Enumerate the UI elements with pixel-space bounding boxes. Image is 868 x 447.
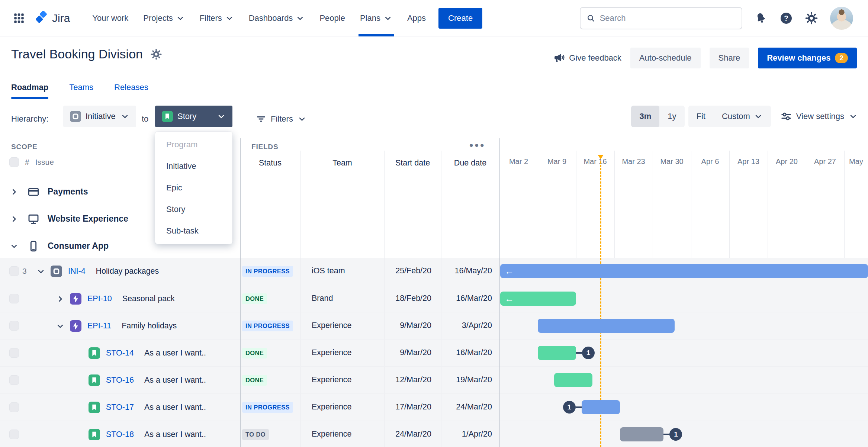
expand-chevron-down-icon[interactable] [36, 267, 45, 276]
issue-key-link[interactable]: STO-17 [106, 403, 134, 412]
share-button[interactable]: Share [710, 48, 749, 68]
notifications-bell-icon[interactable] [754, 12, 768, 25]
search-input[interactable] [600, 13, 736, 23]
due-date-cell[interactable]: 24/Mar/20 [441, 402, 499, 412]
issue-key-link[interactable]: INI-4 [68, 267, 86, 276]
zoom-option-custom[interactable]: Custom [714, 106, 771, 127]
issue-summary[interactable]: As a user I want.. [144, 403, 206, 412]
due-date-cell[interactable]: 16/Mar/20 [441, 294, 499, 303]
due-date-cell[interactable]: 16/Mar/20 [441, 348, 499, 357]
team-cell[interactable]: Experience [312, 375, 352, 385]
nav-item-your-work[interactable]: Your work [85, 0, 136, 36]
nav-item-people[interactable]: People [312, 0, 353, 36]
expand-chevron-right-icon[interactable] [10, 215, 19, 225]
review-changes-button[interactable]: Review changes 2 [758, 48, 857, 68]
start-date-cell[interactable]: 25/Feb/20 [384, 266, 441, 276]
mobile-icon [28, 240, 39, 252]
team-cell[interactable]: iOS team [312, 266, 345, 276]
issue-summary[interactable]: Seasonal pack [122, 294, 175, 303]
give-feedback-button[interactable]: Give feedback [553, 52, 621, 64]
dropdown-item-epic[interactable]: Epic [155, 177, 232, 199]
app-switcher-icon[interactable] [13, 12, 25, 25]
issue-summary[interactable]: As a user I want.. [144, 348, 206, 358]
hierarchy-to-text: to [142, 100, 148, 138]
expand-chevron-down-icon[interactable] [56, 322, 65, 331]
issue-summary[interactable]: As a user I want.. [144, 430, 206, 439]
tab-teams[interactable]: Teams [69, 83, 93, 99]
nav-item-filters[interactable]: Filters [192, 0, 241, 36]
chevron-right-icon [56, 295, 65, 303]
expand-chevron-down-icon[interactable] [10, 242, 19, 252]
column-header-team[interactable]: Team [300, 157, 384, 168]
zoom-option-3m[interactable]: 3m [631, 106, 659, 127]
zoom-option-1y[interactable]: 1y [659, 106, 684, 127]
dependency-badge[interactable]: 1 [582, 347, 595, 359]
zoom-option-fit[interactable]: Fit [688, 106, 714, 127]
hierarchy-to-dropdown[interactable]: Story [155, 106, 232, 127]
gantt-bar-sto-18[interactable] [620, 427, 664, 441]
gantt-bar-epi-10[interactable]: ← [500, 292, 576, 306]
tab-roadmap[interactable]: Roadmap [11, 83, 48, 99]
hierarchy-from-dropdown[interactable]: Initiative [63, 106, 136, 127]
issue-key-link[interactable]: EPI-11 [87, 321, 111, 331]
scope-fields-divider[interactable] [240, 138, 241, 447]
dropdown-item-story[interactable]: Story [155, 199, 232, 220]
dependency-badge[interactable]: 1 [563, 401, 576, 414]
issue-scope-cell: EPI-10Seasonal pack [0, 285, 240, 312]
due-date-cell[interactable]: 1/Apr/20 [441, 430, 499, 439]
dropdown-item-initiative[interactable]: Initiative [155, 155, 232, 177]
view-settings-control[interactable]: View settings [781, 111, 858, 122]
chevron-down-icon [176, 14, 185, 23]
team-cell[interactable]: Experience [312, 321, 352, 330]
start-date-cell[interactable]: 12/Mar/20 [384, 375, 441, 385]
team-cell[interactable]: Brand [312, 294, 333, 303]
help-icon[interactable]: ? [779, 12, 793, 25]
dependency-badge[interactable]: 1 [669, 428, 682, 441]
jira-logo[interactable]: Jira [34, 11, 70, 25]
start-date-cell[interactable]: 18/Feb/20 [384, 294, 441, 303]
gantt-bar-sto-17[interactable] [582, 400, 620, 414]
auto-schedule-button[interactable]: Auto-schedule [630, 48, 701, 68]
nav-item-dashboards[interactable]: Dashboards [241, 0, 312, 36]
start-date-cell[interactable]: 24/Mar/20 [384, 430, 441, 439]
global-search[interactable] [580, 7, 742, 29]
select-all-checkbox[interactable] [9, 157, 19, 167]
team-cell[interactable]: Experience [312, 430, 352, 439]
settings-gear-icon[interactable] [805, 12, 818, 25]
issue-summary[interactable]: Family holidays [122, 321, 177, 331]
team-cell[interactable]: Experience [312, 402, 352, 412]
due-date-cell[interactable]: 3/Apr/20 [441, 321, 499, 330]
tab-releases[interactable]: Releases [114, 83, 148, 99]
fields-more-button[interactable]: ••• [469, 139, 486, 152]
expand-chevron-right-icon[interactable] [56, 295, 65, 303]
issue-summary[interactable]: Holiday packages [96, 267, 159, 276]
start-date-cell[interactable]: 9/Mar/20 [384, 321, 441, 330]
plan-settings-gear-icon[interactable] [150, 48, 162, 60]
filters-control[interactable]: Filters [256, 100, 306, 138]
gantt-bar-sto-14[interactable] [538, 346, 576, 360]
issue-key-link[interactable]: STO-14 [106, 348, 134, 358]
gantt-bar-ini-4[interactable]: ← [500, 264, 868, 278]
nav-item-projects[interactable]: Projects [136, 0, 192, 36]
team-cell[interactable]: Experience [312, 348, 352, 357]
due-date-cell[interactable]: 16/May/20 [441, 266, 499, 276]
gantt-bar-epi-11[interactable] [538, 319, 675, 333]
issue-key-link[interactable]: STO-18 [106, 430, 134, 439]
user-avatar[interactable] [830, 7, 853, 30]
start-date-cell[interactable]: 17/Mar/20 [384, 402, 441, 412]
expand-chevron-right-icon[interactable] [10, 187, 19, 198]
gantt-bar-sto-16[interactable] [554, 373, 592, 387]
column-header-due-date[interactable]: Due date [441, 157, 499, 168]
due-date-cell[interactable]: 19/Mar/20 [441, 375, 499, 385]
column-header-start-date[interactable]: Start date [384, 157, 441, 168]
fields-timeline-divider[interactable] [499, 138, 500, 447]
dropdown-item-sub-task[interactable]: Sub-task [155, 220, 232, 242]
issue-key-link[interactable]: STO-16 [106, 376, 134, 385]
nav-item-apps[interactable]: Apps [400, 0, 433, 36]
start-date-cell[interactable]: 9/Mar/20 [384, 348, 441, 357]
nav-item-plans[interactable]: Plans [353, 0, 400, 36]
issue-summary[interactable]: As a user I want.. [144, 376, 206, 385]
column-header-status[interactable]: Status [240, 157, 300, 168]
issue-key-link[interactable]: EPI-10 [87, 294, 112, 303]
create-button[interactable]: Create [438, 8, 482, 29]
